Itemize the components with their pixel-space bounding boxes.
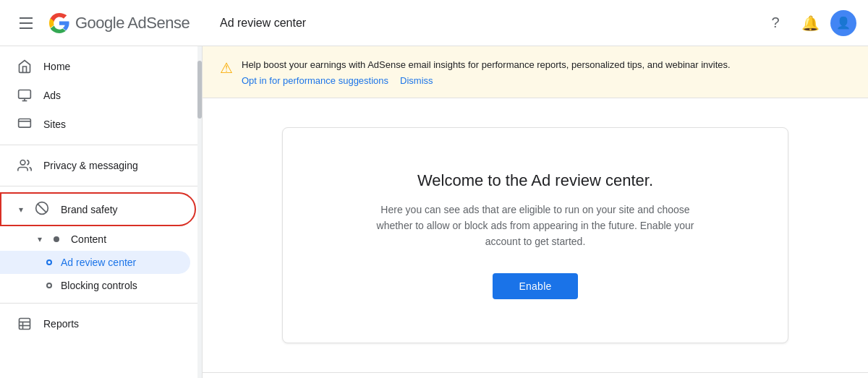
sidebar-item-sites[interactable]: Sites [0, 110, 190, 139]
logo-wrapper: Google AdSense [49, 13, 190, 33]
google-logo-icon [49, 13, 69, 33]
expand-icon: ▾ [19, 205, 23, 215]
welcome-card: Welcome to the Ad review center. Here yo… [282, 127, 788, 343]
sidebar-item-reports[interactable]: Reports [0, 309, 190, 338]
sidebar-item-privacy-label: Privacy & messaging [43, 160, 138, 171]
welcome-area: Welcome to the Ad review center. Here yo… [203, 98, 868, 372]
hamburger-menu-button[interactable] [12, 9, 41, 38]
reports-icon [17, 317, 32, 331]
avatar-icon: 👤 [836, 16, 851, 30]
enable-button[interactable]: Enable [493, 273, 577, 299]
content-expand-icon: ▾ [38, 234, 42, 244]
info-banner: ⚠ Help boost your earnings with AdSense … [203, 46, 868, 98]
sidebar-item-blocking-controls-label: Blocking controls [61, 280, 137, 291]
dismiss-link[interactable]: Dismiss [400, 75, 433, 86]
home-icon [17, 59, 32, 74]
welcome-title: Welcome to the Ad review center. [341, 171, 730, 190]
sidebar-item-brand-safety-label: Brand safety [61, 204, 118, 215]
sidebar-divider-3 [0, 303, 202, 304]
banner-content: Help boost your earnings with AdSense em… [242, 58, 731, 86]
sidebar-item-content-label: Content [71, 233, 106, 245]
sidebar-item-ad-review-center[interactable]: Ad review center [0, 251, 190, 274]
page-footer: Google Privacy Terms [203, 372, 868, 378]
main-layout: Home Ads Sites [0, 46, 868, 378]
scrollbar[interactable] [197, 46, 202, 378]
header-actions: ? 🔔 👤 [761, 9, 856, 38]
svg-rect-0 [19, 90, 31, 99]
sidebar-item-home[interactable]: Home [0, 52, 190, 81]
svg-line-7 [38, 204, 46, 212]
sidebar-item-ads[interactable]: Ads [0, 81, 190, 110]
blocking-controls-dot [46, 283, 52, 288]
banner-text: Help boost your earnings with AdSense em… [242, 58, 731, 72]
content-dot [54, 236, 59, 242]
help-icon: ? [771, 14, 779, 31]
hamburger-icon [17, 14, 35, 32]
main-content-area: ⚠ Help boost your earnings with AdSense … [203, 46, 868, 378]
scrollbar-thumb [197, 61, 202, 119]
page-title: Ad review center [214, 17, 761, 30]
ad-review-dot [46, 259, 52, 265]
sidebar-item-sites-label: Sites [43, 119, 66, 130]
privacy-icon [17, 158, 32, 173]
svg-rect-3 [19, 119, 31, 128]
banner-links: Opt in for performance suggestions Dismi… [242, 75, 731, 86]
svg-point-5 [20, 160, 25, 166]
app-header: Google AdSense Ad review center ? 🔔 👤 [0, 0, 868, 46]
sidebar-divider-1 [0, 145, 202, 145]
sidebar-item-home-label: Home [43, 61, 70, 72]
sidebar-item-ad-review-label: Ad review center [61, 257, 136, 268]
sidebar-item-reports-label: Reports [43, 318, 79, 330]
sidebar-item-privacy[interactable]: Privacy & messaging [0, 151, 190, 180]
welcome-description: Here you can see ads that are eligible t… [362, 202, 709, 250]
sidebar-item-ads-label: Ads [43, 90, 61, 101]
svg-rect-8 [20, 319, 30, 330]
sites-icon [17, 117, 32, 132]
opt-in-link[interactable]: Opt in for performance suggestions [242, 75, 388, 86]
ads-icon [17, 88, 32, 103]
header-left: Google AdSense [12, 9, 214, 38]
sidebar-divider-2 [0, 186, 202, 186]
brand-safety-icon [35, 201, 49, 218]
help-button[interactable]: ? [761, 9, 790, 38]
app-brand-label: Google AdSense [75, 14, 190, 33]
notifications-button[interactable]: 🔔 [796, 9, 825, 38]
user-avatar[interactable]: 👤 [830, 10, 856, 36]
sidebar: Home Ads Sites [0, 46, 203, 378]
sidebar-item-content[interactable]: ▾ Content [0, 228, 190, 251]
sidebar-item-blocking-controls[interactable]: Blocking controls [0, 274, 190, 297]
warning-icon: ⚠ [220, 59, 233, 77]
bell-icon: 🔔 [801, 14, 820, 32]
sidebar-item-brand-safety[interactable]: ▾ Brand safety [0, 192, 196, 226]
